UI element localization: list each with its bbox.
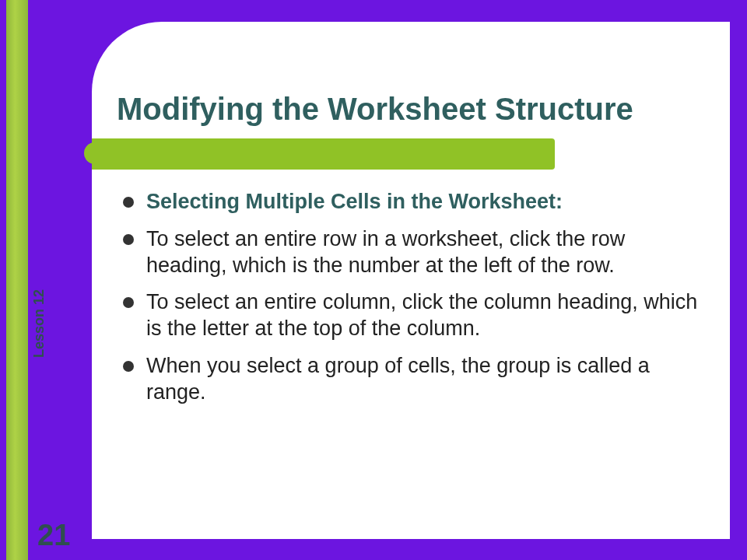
subtitle-text: Selecting Multiple Cells in the Workshee… — [146, 190, 563, 213]
lesson-label: Lesson 12 — [31, 289, 47, 358]
list-item: Selecting Multiple Cells in the Workshee… — [123, 189, 707, 215]
bullet-text: To select an entire column, click the co… — [146, 290, 697, 340]
list-item: To select an entire row in a worksheet, … — [123, 226, 707, 279]
bullet-text: To select an entire row in a worksheet, … — [146, 227, 625, 277]
decorative-left-stripe — [6, 0, 28, 560]
slide-card: Modifying the Worksheet Structure Select… — [92, 22, 730, 539]
slide-title: Modifying the Worksheet Structure — [117, 92, 633, 127]
list-item: When you select a group of cells, the gr… — [123, 353, 707, 406]
accent-bar — [92, 138, 555, 170]
bullet-list: Selecting Multiple Cells in the Workshee… — [123, 189, 707, 416]
page-number: 21 — [37, 519, 70, 552]
bullet-text: When you select a group of cells, the gr… — [146, 354, 650, 404]
list-item: To select an entire column, click the co… — [123, 289, 707, 342]
